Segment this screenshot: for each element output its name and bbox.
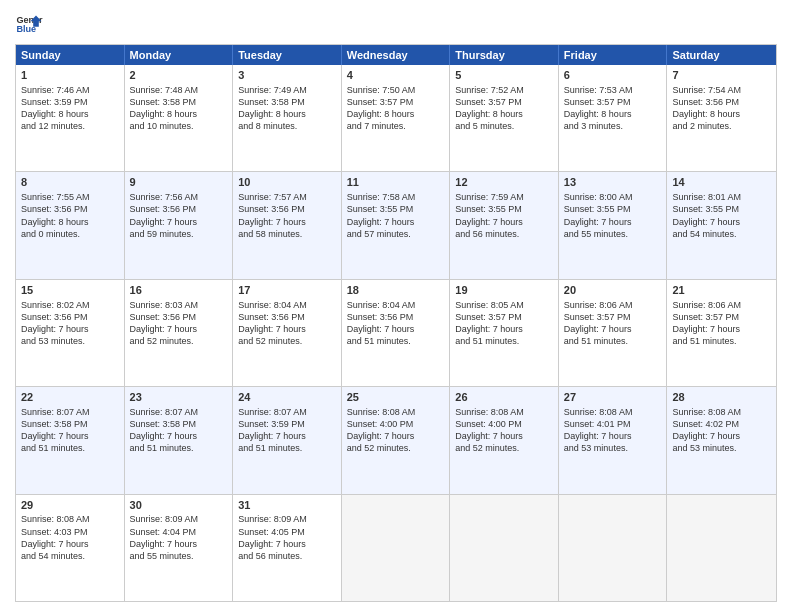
day-info-line: and 10 minutes. <box>130 120 228 132</box>
logo-icon: General Blue <box>15 10 43 38</box>
day-number: 12 <box>455 175 553 190</box>
day-info-line: and 51 minutes. <box>564 335 662 347</box>
day-cell: 15Sunrise: 8:02 AMSunset: 3:56 PMDayligh… <box>16 280 125 386</box>
day-number: 25 <box>347 390 445 405</box>
day-info-line: Sunset: 3:58 PM <box>21 418 119 430</box>
day-info-line: Sunset: 4:00 PM <box>455 418 553 430</box>
day-number: 8 <box>21 175 119 190</box>
day-cell: 23Sunrise: 8:07 AMSunset: 3:58 PMDayligh… <box>125 387 234 493</box>
day-info-line: Sunrise: 8:08 AM <box>455 406 553 418</box>
day-cell: 2Sunrise: 7:48 AMSunset: 3:58 PMDaylight… <box>125 65 234 171</box>
calendar-row: 15Sunrise: 8:02 AMSunset: 3:56 PMDayligh… <box>16 279 776 386</box>
day-info-line: Sunrise: 8:08 AM <box>564 406 662 418</box>
day-info-line: Sunrise: 8:09 AM <box>130 513 228 525</box>
day-cell: 29Sunrise: 8:08 AMSunset: 4:03 PMDayligh… <box>16 495 125 601</box>
day-number: 28 <box>672 390 771 405</box>
weekday-header: Sunday <box>16 45 125 65</box>
day-info-line: Daylight: 7 hours <box>455 430 553 442</box>
day-info-line: and 56 minutes. <box>455 228 553 240</box>
day-info-line: Daylight: 7 hours <box>130 430 228 442</box>
day-cell: 20Sunrise: 8:06 AMSunset: 3:57 PMDayligh… <box>559 280 668 386</box>
day-info-line: Daylight: 7 hours <box>455 216 553 228</box>
day-cell: 25Sunrise: 8:08 AMSunset: 4:00 PMDayligh… <box>342 387 451 493</box>
day-info-line: Sunset: 3:56 PM <box>21 311 119 323</box>
day-info-line: Sunrise: 7:56 AM <box>130 191 228 203</box>
day-number: 20 <box>564 283 662 298</box>
day-info-line: Sunset: 4:00 PM <box>347 418 445 430</box>
day-info-line: Sunrise: 8:04 AM <box>238 299 336 311</box>
calendar-header: SundayMondayTuesdayWednesdayThursdayFrid… <box>16 45 776 65</box>
weekday-header: Saturday <box>667 45 776 65</box>
day-info-line: Daylight: 8 hours <box>238 108 336 120</box>
day-info-line: Daylight: 7 hours <box>564 323 662 335</box>
day-number: 24 <box>238 390 336 405</box>
day-info-line: Sunrise: 7:46 AM <box>21 84 119 96</box>
day-info-line: and 8 minutes. <box>238 120 336 132</box>
day-info-line: Sunset: 3:56 PM <box>238 311 336 323</box>
day-number: 29 <box>21 498 119 513</box>
calendar: SundayMondayTuesdayWednesdayThursdayFrid… <box>15 44 777 602</box>
day-info-line: Daylight: 7 hours <box>347 430 445 442</box>
day-info-line: Sunset: 4:03 PM <box>21 526 119 538</box>
day-cell: 8Sunrise: 7:55 AMSunset: 3:56 PMDaylight… <box>16 172 125 278</box>
day-number: 22 <box>21 390 119 405</box>
day-info-line: Daylight: 8 hours <box>455 108 553 120</box>
day-info-line: and 53 minutes. <box>672 442 771 454</box>
day-cell: 5Sunrise: 7:52 AMSunset: 3:57 PMDaylight… <box>450 65 559 171</box>
day-number: 3 <box>238 68 336 83</box>
page-header: General Blue <box>15 10 777 38</box>
day-info-line: Sunset: 4:05 PM <box>238 526 336 538</box>
day-info-line: Sunset: 3:55 PM <box>347 203 445 215</box>
calendar-row: 1Sunrise: 7:46 AMSunset: 3:59 PMDaylight… <box>16 65 776 171</box>
day-info-line: and 58 minutes. <box>238 228 336 240</box>
day-info-line: Sunset: 3:57 PM <box>455 96 553 108</box>
day-info-line: Sunrise: 7:48 AM <box>130 84 228 96</box>
day-info-line: Sunrise: 7:52 AM <box>455 84 553 96</box>
day-info-line: Sunrise: 8:07 AM <box>21 406 119 418</box>
day-info-line: Daylight: 7 hours <box>21 538 119 550</box>
day-number: 18 <box>347 283 445 298</box>
empty-cell <box>450 495 559 601</box>
day-info-line: Daylight: 7 hours <box>238 430 336 442</box>
day-info-line: Daylight: 8 hours <box>21 108 119 120</box>
day-info-line: Sunset: 3:58 PM <box>130 96 228 108</box>
day-cell: 7Sunrise: 7:54 AMSunset: 3:56 PMDaylight… <box>667 65 776 171</box>
day-info-line: and 52 minutes. <box>130 335 228 347</box>
day-info-line: and 5 minutes. <box>455 120 553 132</box>
day-info-line: and 51 minutes. <box>347 335 445 347</box>
day-info-line: Sunrise: 8:07 AM <box>238 406 336 418</box>
day-info-line: and 51 minutes. <box>21 442 119 454</box>
day-number: 13 <box>564 175 662 190</box>
day-cell: 12Sunrise: 7:59 AMSunset: 3:55 PMDayligh… <box>450 172 559 278</box>
day-info-line: Sunset: 3:56 PM <box>130 311 228 323</box>
day-info-line: and 51 minutes. <box>238 442 336 454</box>
calendar-row: 29Sunrise: 8:08 AMSunset: 4:03 PMDayligh… <box>16 494 776 601</box>
day-info-line: Sunrise: 7:50 AM <box>347 84 445 96</box>
day-info-line: Daylight: 7 hours <box>238 323 336 335</box>
day-info-line: Sunset: 4:02 PM <box>672 418 771 430</box>
day-number: 9 <box>130 175 228 190</box>
day-info-line: Sunset: 3:56 PM <box>21 203 119 215</box>
day-info-line: Daylight: 7 hours <box>455 323 553 335</box>
day-info-line: Daylight: 8 hours <box>672 108 771 120</box>
day-info-line: Sunset: 3:57 PM <box>564 96 662 108</box>
day-number: 31 <box>238 498 336 513</box>
day-cell: 26Sunrise: 8:08 AMSunset: 4:00 PMDayligh… <box>450 387 559 493</box>
day-info-line: Daylight: 7 hours <box>347 323 445 335</box>
day-info-line: Daylight: 7 hours <box>21 323 119 335</box>
day-cell: 6Sunrise: 7:53 AMSunset: 3:57 PMDaylight… <box>559 65 668 171</box>
weekday-header: Wednesday <box>342 45 451 65</box>
day-info-line: Sunset: 3:55 PM <box>564 203 662 215</box>
day-info-line: Daylight: 7 hours <box>564 216 662 228</box>
day-cell: 28Sunrise: 8:08 AMSunset: 4:02 PMDayligh… <box>667 387 776 493</box>
day-info-line: Sunrise: 8:02 AM <box>21 299 119 311</box>
day-info-line: Sunset: 3:56 PM <box>238 203 336 215</box>
day-info-line: Sunrise: 7:59 AM <box>455 191 553 203</box>
day-info-line: Daylight: 8 hours <box>21 216 119 228</box>
day-info-line: Daylight: 7 hours <box>672 430 771 442</box>
day-cell: 31Sunrise: 8:09 AMSunset: 4:05 PMDayligh… <box>233 495 342 601</box>
day-info-line: Daylight: 8 hours <box>347 108 445 120</box>
day-number: 27 <box>564 390 662 405</box>
day-info-line: and 51 minutes. <box>672 335 771 347</box>
day-cell: 9Sunrise: 7:56 AMSunset: 3:56 PMDaylight… <box>125 172 234 278</box>
